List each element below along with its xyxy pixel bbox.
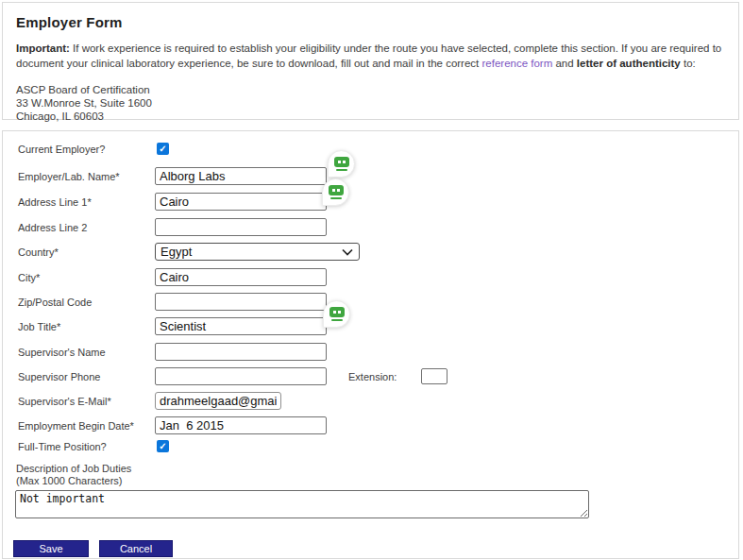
robot-head-icon	[334, 157, 349, 167]
important-label: Important:	[16, 42, 70, 54]
country-label: Country*	[18, 246, 155, 258]
robot-head-icon	[329, 307, 345, 317]
supervisor-phone-input[interactable]	[155, 367, 327, 385]
country-row: Country* Egypt	[18, 243, 360, 261]
employer-name-input[interactable]	[155, 167, 327, 185]
full-time-label: Full-Time Position?	[18, 441, 155, 452]
roboform-autofill-icon[interactable]	[323, 300, 350, 328]
zip-label: Zip/Postal Code	[18, 297, 155, 308]
begin-date-row: Employment Begin Date*	[18, 416, 327, 434]
duties-textarea[interactable]: Not important	[15, 490, 589, 518]
robot-head-icon	[329, 185, 344, 195]
autofill-bubble	[322, 178, 349, 206]
current-employer-checkbox[interactable]: ✓	[157, 143, 169, 155]
letter-of-authenticity-text: letter of authenticity	[577, 58, 681, 69]
supervisor-email-input[interactable]	[155, 392, 281, 410]
zip-input[interactable]	[155, 293, 327, 311]
job-title-label: Job Title*	[18, 321, 155, 332]
address-org: ASCP Board of Certification	[16, 83, 725, 96]
supervisor-name-row: Supervisor's Name	[18, 343, 327, 361]
full-time-checkbox[interactable]: ✓	[157, 440, 169, 452]
current-employer-label: Current Employer?	[18, 144, 155, 155]
supervisor-name-label: Supervisor's Name	[18, 347, 155, 358]
address-line2-row: Address Line 2	[18, 218, 327, 236]
address-line1-row: Address Line 1*	[18, 193, 327, 211]
robot-base-bar	[330, 197, 342, 199]
duties-sublabel: (Max 1000 Characters)	[16, 475, 131, 487]
save-button[interactable]: Save	[13, 540, 89, 557]
full-time-row: Full-Time Position? ✓	[18, 440, 169, 452]
address-line2-label: Address Line 2	[18, 222, 155, 233]
address-city: Chicago, IL 60603	[16, 110, 725, 123]
city-input[interactable]	[155, 268, 327, 286]
zip-row: Zip/Postal Code	[18, 293, 327, 311]
reference-form-link[interactable]: reference form	[481, 58, 552, 69]
duties-label: Description of Job Duties	[16, 463, 131, 475]
robot-base-bar	[336, 169, 347, 171]
supervisor-name-input[interactable]	[155, 343, 327, 361]
employer-name-label: Employer/Lab. Name*	[18, 171, 155, 182]
employer-form-header-panel: Employer Form Important: If work experie…	[2, 2, 739, 120]
current-employer-row: Current Employer? ✓	[18, 143, 169, 155]
robot-base-bar	[331, 319, 343, 321]
autofill-bubble	[328, 150, 355, 178]
address-line2-input[interactable]	[155, 218, 327, 236]
autofill-bubble	[323, 300, 350, 328]
roboform-autofill-icon[interactable]	[322, 178, 349, 206]
employer-form-panel: Current Employer? ✓ Employer/Lab. Name* …	[2, 130, 739, 559]
and-text: and	[552, 58, 577, 69]
duties-label-block: Description of Job Duties (Max 1000 Char…	[16, 463, 131, 487]
supervisor-phone-row: Supervisor Phone Extension:	[18, 367, 447, 385]
country-selected-value: Egypt	[160, 245, 192, 259]
city-row: City*	[18, 268, 327, 286]
to-text: to:	[681, 58, 696, 69]
supervisor-email-row: Supervisor's E-Mail*	[18, 392, 281, 410]
address-street: 33 W.Monroe St, Suite 1600	[16, 96, 725, 110]
extension-input[interactable]	[421, 368, 447, 384]
job-title-row: Job Title*	[18, 317, 327, 335]
cancel-button[interactable]: Cancel	[99, 540, 173, 557]
important-note: Important: If work experience is require…	[16, 41, 722, 71]
address-line1-input[interactable]	[155, 193, 327, 211]
mailing-address: ASCP Board of Certification 33 W.Monroe …	[16, 83, 725, 123]
supervisor-email-label: Supervisor's E-Mail*	[18, 396, 155, 407]
roboform-autofill-icon[interactable]	[328, 150, 355, 178]
job-title-input[interactable]	[155, 317, 327, 335]
begin-date-label: Employment Begin Date*	[18, 420, 155, 432]
chevron-down-icon	[342, 248, 353, 256]
city-label: City*	[18, 272, 155, 283]
address-line1-label: Address Line 1*	[18, 196, 155, 208]
begin-date-input[interactable]	[155, 416, 327, 434]
supervisor-phone-label: Supervisor Phone	[18, 371, 155, 382]
extension-label: Extension:	[348, 371, 397, 382]
page-title: Employer Form	[16, 14, 725, 30]
country-select[interactable]: Egypt	[155, 243, 360, 261]
employer-name-row: Employer/Lab. Name*	[18, 167, 327, 185]
